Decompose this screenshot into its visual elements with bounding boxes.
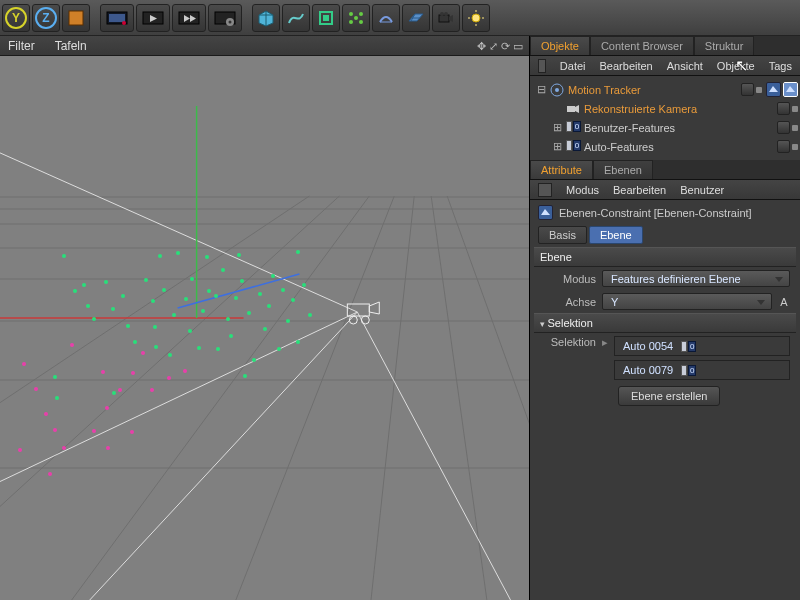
viewport[interactable]: Filter Tafeln ✥ ⤢ ⟳ ▭ (0, 36, 530, 600)
expand-icon[interactable]: ⊞ (552, 140, 562, 153)
filter-menu[interactable]: Filter (8, 39, 35, 53)
svg-marker-27 (449, 15, 453, 22)
svg-rect-0 (69, 11, 83, 25)
feature-point (62, 446, 66, 450)
tab-content-browser[interactable]: Content Browser (590, 36, 694, 55)
object-tree[interactable]: ⊟Motion TrackerRekonstruierte Kamera⊞0Be… (530, 76, 800, 160)
feature-point (105, 406, 109, 410)
svg-line-45 (230, 196, 395, 600)
feature-point (53, 428, 57, 432)
tree-row[interactable]: ⊞0Benutzer-Features (532, 118, 798, 137)
objects-menu-icon[interactable] (538, 59, 546, 73)
selektion-label: Selektion (540, 336, 596, 348)
svg-marker-67 (575, 105, 579, 113)
cam-icon (566, 102, 580, 116)
menu-ansicht[interactable]: Ansicht (667, 60, 703, 72)
layer-vis-icon[interactable] (741, 83, 754, 96)
render-settings-button[interactable] (208, 4, 242, 32)
feature-point (73, 289, 77, 293)
svg-marker-61 (369, 302, 379, 314)
menu-tags[interactable]: Tags (769, 60, 792, 72)
svg-line-47 (431, 196, 489, 600)
menu-bearbeiten[interactable]: Bearbeiten (600, 60, 653, 72)
menu-modus[interactable]: Modus (566, 184, 599, 196)
achse-label: Achse (540, 296, 596, 308)
svg-point-20 (349, 20, 353, 24)
deformer-button[interactable] (372, 4, 400, 32)
modus-dropdown[interactable]: Features definieren Ebene (602, 270, 790, 287)
tree-label: Rekonstruierte Kamera (584, 103, 697, 115)
tree-row[interactable]: Rekonstruierte Kamera (532, 99, 798, 118)
feature-point (271, 274, 275, 278)
light-button[interactable] (462, 4, 490, 32)
feature-point (151, 299, 155, 303)
axis-y-button[interactable]: Y (2, 4, 30, 32)
render-active-button[interactable] (172, 4, 206, 32)
plane-constraint-tag-icon[interactable] (783, 82, 798, 97)
expand-icon[interactable]: ⊞ (552, 121, 562, 134)
section-selektion-header[interactable]: Selektion (534, 313, 796, 333)
tab-attribute[interactable]: Attribute (530, 160, 593, 179)
frame-gizmo-icon[interactable]: ▭ (513, 40, 523, 53)
feature-point (106, 446, 110, 450)
zoom-gizmo-icon[interactable]: ⤢ (489, 40, 498, 53)
feature-point (133, 340, 137, 344)
plane-constraint-tag-icon[interactable] (766, 82, 781, 97)
svg-point-3 (122, 21, 126, 25)
render-button[interactable] (136, 4, 170, 32)
feature-point (286, 319, 290, 323)
tree-row[interactable]: ⊞0Auto-Features (532, 137, 798, 156)
tree-row[interactable]: ⊟Motion Tracker (532, 80, 798, 99)
expand-icon[interactable]: ⊟ (536, 83, 546, 96)
tab-objekte[interactable]: Objekte (530, 36, 590, 55)
menu-objekte[interactable]: Objekte (717, 60, 755, 72)
subtab-ebene[interactable]: Ebene (589, 226, 643, 244)
floor-button[interactable] (402, 4, 430, 32)
tab-ebenen[interactable]: Ebenen (593, 160, 653, 179)
feature-point (188, 329, 192, 333)
render-region-button[interactable] (62, 4, 90, 32)
menu-bearbeiten2[interactable]: Bearbeiten (613, 184, 666, 196)
vis-dot-icon[interactable] (792, 144, 798, 150)
layer-vis-icon[interactable] (777, 102, 790, 115)
feature-point (240, 279, 244, 283)
move-gizmo-icon[interactable]: ✥ (477, 40, 486, 53)
svg-point-60 (361, 316, 369, 324)
spline-button[interactable] (282, 4, 310, 32)
viewport-menubar: Filter Tafeln ✥ ⤢ ⟳ ▭ (0, 36, 529, 56)
axis-z-button[interactable]: Z (32, 4, 60, 32)
svg-point-11 (229, 20, 232, 23)
array-button[interactable] (342, 4, 370, 32)
feature-point (226, 317, 230, 321)
cube-primitive-button[interactable] (252, 4, 280, 32)
camera-button[interactable] (432, 4, 460, 32)
vis-dot-icon[interactable] (792, 125, 798, 131)
tab-struktur[interactable]: Struktur (694, 36, 755, 55)
tafeln-menu[interactable]: Tafeln (55, 39, 87, 53)
layer-vis-icon[interactable] (777, 140, 790, 153)
layer-vis-icon[interactable] (777, 121, 790, 134)
ebene-erstellen-button[interactable]: Ebene erstellen (618, 386, 720, 406)
svg-point-30 (472, 14, 480, 22)
mt-icon (550, 83, 564, 97)
rotate-gizmo-icon[interactable]: ⟳ (501, 40, 510, 53)
attribute-menu-icon[interactable] (538, 183, 552, 197)
generator-button[interactable] (312, 4, 340, 32)
feature-point (234, 296, 238, 300)
svg-line-46 (369, 196, 414, 600)
feature-point (53, 375, 57, 379)
achse-dropdown[interactable]: Y (602, 293, 772, 310)
feature-point (111, 307, 115, 311)
feature-point (184, 297, 188, 301)
subtab-basis[interactable]: Basis (538, 226, 587, 244)
selektion-item-0[interactable]: Auto 00540 (614, 336, 790, 356)
menu-benutzer[interactable]: Benutzer (680, 184, 724, 196)
svg-point-63 (555, 88, 559, 92)
menu-datei[interactable]: Datei (560, 60, 586, 72)
feature-point (131, 371, 135, 375)
objects-menubar: Datei Bearbeiten Ansicht Objekte Tags (530, 56, 800, 76)
vis-dot-icon[interactable] (792, 106, 798, 112)
selektion-item-1[interactable]: Auto 00790 (614, 360, 790, 380)
picture-viewer-button[interactable] (100, 4, 134, 32)
vis-dot-icon[interactable] (756, 87, 762, 93)
